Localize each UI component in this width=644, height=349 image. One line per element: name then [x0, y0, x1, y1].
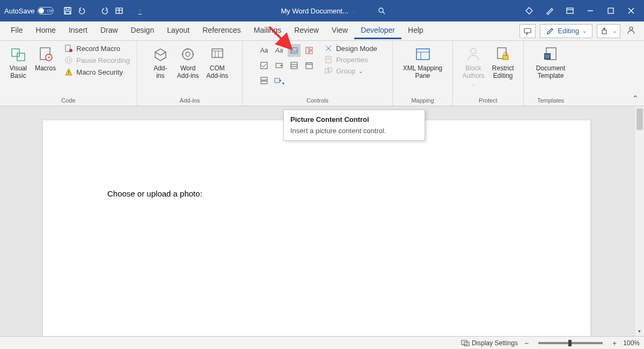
checkbox-control-icon[interactable] — [258, 59, 270, 72]
combobox-control-icon[interactable] — [273, 59, 286, 72]
redo-icon[interactable] — [101, 6, 109, 15]
group-button: Group ⌄ — [324, 67, 377, 75]
controls-gallery: Aa Aа ▾ — [258, 44, 316, 87]
collapse-ribbon-icon[interactable]: ⌃ — [632, 94, 639, 103]
table-icon[interactable] — [115, 6, 123, 15]
svg-rect-14 — [524, 28, 531, 33]
share-button[interactable]: ⌄ — [597, 24, 620, 38]
svg-point-22 — [69, 49, 72, 52]
group-mapping: XML Mapping Pane Mapping — [393, 41, 453, 106]
ribbon: Visual Basic Macros Record Macro Pause R… — [0, 41, 644, 106]
maximize-icon[interactable] — [606, 6, 615, 15]
group-controls: Aa Aа ▾ Design Mode Properties Group ⌄ C… — [243, 41, 393, 106]
xml-mapping-button[interactable]: XML Mapping Pane — [401, 44, 445, 81]
svg-rect-17 — [12, 49, 19, 56]
building-block-control-icon[interactable] — [303, 44, 316, 57]
macro-security-button[interactable]: !Macro Security — [64, 68, 130, 76]
display-settings-button[interactable]: Display Settings — [461, 339, 518, 347]
svg-rect-40 — [310, 47, 312, 50]
svg-line-7 — [383, 12, 385, 14]
block-authors-icon — [464, 45, 482, 63]
restrict-editing-button[interactable]: Restrict Editing — [490, 44, 516, 81]
document-template-icon: W — [541, 45, 560, 63]
undo-icon[interactable] — [77, 6, 86, 15]
tab-home[interactable]: Home — [30, 23, 62, 39]
zoom-slider[interactable] — [538, 342, 603, 344]
scroll-down-icon[interactable]: ▾ — [635, 328, 644, 334]
repeating-section-control-icon[interactable] — [258, 74, 270, 87]
svg-rect-1 — [66, 8, 69, 10]
close-icon[interactable] — [627, 6, 635, 15]
document-template-button[interactable]: WDocument Template — [534, 44, 568, 81]
group-addins: Add- ins Word Add-ins COM Add-ins Add-in… — [137, 41, 243, 106]
group-label-controls: Controls — [306, 96, 328, 104]
autosave-toggle[interactable]: AutoSave Off — [4, 7, 54, 15]
qat-more-icon[interactable]: ⌄ — [129, 8, 133, 14]
com-addins-button[interactable]: COM Add-ins — [204, 44, 231, 81]
save-icon[interactable] — [63, 6, 72, 15]
addins-button[interactable]: Add- ins — [149, 44, 172, 81]
word-addins-button[interactable]: Word Add-ins — [175, 44, 201, 81]
svg-rect-33 — [212, 49, 223, 57]
zoom-in-button[interactable]: + — [611, 339, 618, 347]
xml-mapping-icon — [414, 45, 432, 63]
plain-text-control-icon[interactable]: Aа — [273, 44, 286, 57]
brush-icon[interactable] — [545, 6, 554, 15]
svg-point-62 — [471, 48, 476, 54]
svg-point-6 — [379, 8, 383, 12]
zoom-level[interactable]: 100% — [623, 339, 640, 347]
diamond-icon[interactable] — [525, 6, 533, 15]
svg-rect-42 — [261, 62, 267, 69]
tab-mailings[interactable]: Mailings — [247, 23, 288, 39]
dropdown-control-icon[interactable] — [288, 59, 301, 72]
legacy-tools-icon[interactable]: ▾ — [273, 74, 286, 87]
svg-rect-11 — [608, 8, 613, 13]
tab-view[interactable]: View — [325, 23, 354, 39]
zoom-out-button[interactable]: − — [523, 339, 530, 347]
tab-draw[interactable]: Draw — [94, 23, 125, 39]
properties-button: Properties — [324, 55, 377, 64]
svg-rect-41 — [310, 51, 312, 54]
minimize-icon[interactable] — [586, 6, 595, 15]
svg-rect-18 — [17, 53, 25, 61]
svg-point-27 — [182, 49, 193, 60]
visual-basic-icon — [9, 45, 27, 63]
document-page[interactable]: Choose or upload a photo: — [43, 120, 590, 336]
search-icon[interactable] — [377, 6, 386, 15]
tab-help[interactable]: Help — [401, 23, 430, 39]
record-macro-button[interactable]: Record Macro — [64, 44, 130, 53]
ribbon-display-icon[interactable] — [566, 6, 574, 15]
svg-rect-58 — [328, 68, 332, 72]
svg-rect-2 — [65, 11, 70, 14]
tab-review[interactable]: Review — [288, 23, 325, 39]
visual-basic-button[interactable]: Visual Basic — [7, 44, 30, 81]
design-mode-button[interactable]: Design Mode — [324, 44, 377, 53]
document-title[interactable]: My Word Document... ⌄ — [281, 7, 355, 15]
tab-references[interactable]: References — [196, 23, 247, 39]
svg-rect-57 — [325, 69, 329, 73]
undo-dropdown-icon[interactable]: ⌄ — [91, 8, 96, 14]
vertical-scrollbar[interactable]: ▾ — [634, 106, 644, 336]
picture-control-icon[interactable] — [288, 44, 301, 57]
account-icon[interactable] — [625, 26, 638, 36]
autosave-label: AutoSave — [4, 7, 34, 15]
svg-point-16 — [630, 27, 633, 30]
chevron-down-icon: ⌄ — [352, 8, 356, 14]
group-label-templates: Templates — [537, 96, 564, 104]
tab-layout[interactable]: Layout — [160, 23, 196, 39]
tab-file[interactable]: File — [4, 23, 30, 39]
tab-design[interactable]: Design — [125, 23, 161, 39]
svg-point-28 — [186, 52, 190, 56]
tab-developer[interactable]: Developer — [354, 23, 401, 39]
editing-mode-button[interactable]: Editing ⌄ — [540, 24, 592, 38]
svg-rect-44 — [291, 62, 297, 69]
block-authors-button[interactable]: Block Authors⌄ — [460, 44, 486, 89]
scrollbar-thumb[interactable] — [636, 108, 643, 130]
ribbon-tabs: File Home Insert Draw Design Layout Refe… — [0, 21, 644, 41]
date-picker-control-icon[interactable] — [303, 59, 316, 72]
tab-insert[interactable]: Insert — [62, 23, 94, 39]
rich-text-control-icon[interactable]: Aa — [258, 44, 270, 57]
svg-rect-51 — [261, 77, 267, 80]
macros-button[interactable]: Macros — [33, 44, 58, 73]
comments-button[interactable] — [519, 24, 536, 38]
